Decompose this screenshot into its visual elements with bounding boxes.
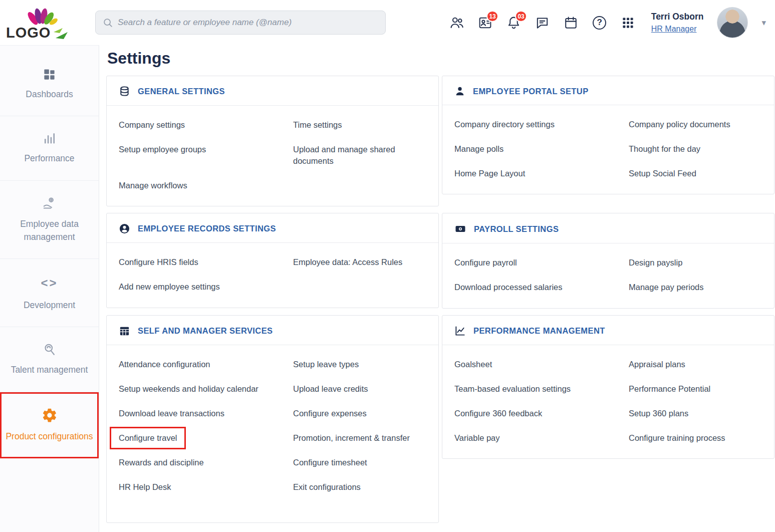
notifications-bell-icon[interactable]: 03: [506, 15, 522, 30]
card-general-settings: GENERAL SETTINGS Company settings Time s…: [106, 76, 439, 206]
card-title: PERFORMANCE MANAGEMENT: [473, 326, 605, 336]
topbar: LOGO 13 03 ?: [0, 0, 775, 45]
settings-link[interactable]: Manage pay periods: [629, 275, 760, 300]
line-chart-icon: [454, 325, 466, 337]
settings-link[interactable]: Appraisal plans: [629, 352, 760, 377]
logo-text: LOGO: [6, 26, 51, 40]
search-input[interactable]: [95, 11, 386, 35]
settings-link[interactable]: Setup employee groups: [119, 137, 293, 173]
bar-chart-icon: [43, 131, 57, 145]
settings-link[interactable]: Setup Social Feed: [629, 161, 760, 186]
code-brackets-icon: <>: [41, 274, 58, 292]
card-employee-records-settings: EMPLOYEE RECORDS SETTINGS Configure HRIS…: [106, 213, 439, 308]
logo-swoosh-icon: [53, 27, 70, 40]
settings-link[interactable]: Goalsheet: [454, 352, 629, 377]
apps-grid-icon[interactable]: [621, 15, 636, 30]
sidebar-item-label: Talent management: [11, 363, 88, 376]
banknote-icon: [454, 223, 466, 235]
settings-link[interactable]: Download processed salaries: [454, 275, 629, 300]
settings-link[interactable]: Configure 360 feedback: [454, 401, 629, 426]
sidebar-item-label: Development: [24, 299, 75, 312]
settings-link[interactable]: Setup 360 plans: [629, 401, 760, 426]
settings-link[interactable]: HR Help Desk: [119, 475, 293, 499]
settings-link[interactable]: Manage polls: [454, 137, 629, 161]
sidebar-item-talent-management[interactable]: Talent management: [0, 327, 99, 392]
settings-link[interactable]: Setup weekends and holiday calendar: [119, 377, 293, 401]
settings-link[interactable]: Download leave transactions: [119, 401, 293, 426]
settings-link[interactable]: Company settings: [119, 113, 293, 137]
hand-data-icon: [42, 196, 57, 211]
card-title: SELF AND MANAGER SERVICES: [138, 326, 273, 336]
sidebar: Dashboards Performance Employee data man…: [0, 45, 99, 532]
card-title: GENERAL SETTINGS: [138, 87, 225, 96]
notifications-badge: 03: [515, 11, 527, 22]
settings-link[interactable]: Configure payroll: [454, 250, 629, 275]
settings-link[interactable]: Employee data: Access Rules: [293, 250, 424, 275]
sidebar-item-dashboards[interactable]: Dashboards: [0, 46, 99, 116]
settings-link[interactable]: Configure expenses: [293, 401, 424, 426]
settings-link[interactable]: Performance Potential: [629, 377, 760, 401]
settings-link[interactable]: Configure timesheet: [293, 450, 424, 475]
settings-link[interactable]: Upload and manage shared documents: [293, 137, 424, 173]
settings-link[interactable]: Manage workflows: [119, 173, 293, 198]
main-content: Settings GENERAL SETTINGS Company settin…: [99, 45, 775, 532]
card-performance-management: PERFORMANCE MANAGEMENT Goalsheet Apprais…: [442, 315, 774, 459]
settings-link[interactable]: Thought for the day: [629, 137, 760, 161]
chat-icon[interactable]: [535, 15, 550, 30]
people-icon[interactable]: [449, 15, 464, 30]
gear-icon: [42, 407, 58, 423]
talent-search-icon: [42, 342, 57, 357]
settings-link[interactable]: Upload leave credits: [293, 377, 424, 401]
sidebar-item-label: Performance: [24, 152, 74, 165]
settings-link[interactable]: Rewards and discipline: [119, 450, 293, 475]
help-icon[interactable]: ?: [592, 15, 607, 30]
directory-badge: 13: [486, 11, 498, 22]
settings-link[interactable]: Promotion, increment & transfer: [293, 426, 424, 450]
app-logo: LOGO: [0, 6, 99, 40]
dashboards-icon: [43, 68, 56, 81]
card-employee-portal-setup: EMPLOYEE PORTAL SETUP Company directory …: [442, 76, 774, 194]
calendar-icon[interactable]: [564, 15, 579, 30]
sidebar-item-development[interactable]: <> Development: [0, 259, 99, 327]
chevron-down-icon[interactable]: ▾: [761, 18, 766, 28]
settings-link[interactable]: Company directory settings: [454, 112, 629, 137]
settings-link[interactable]: Exit configurations: [293, 475, 424, 499]
settings-link[interactable]: Setup leave types: [293, 352, 424, 377]
settings-link[interactable]: Configure HRIS fields: [119, 250, 293, 275]
avatar[interactable]: [717, 7, 748, 38]
user-name: Terri Osborn: [651, 10, 704, 23]
sidebar-item-label: Product configurations: [6, 430, 93, 443]
settings-link[interactable]: Design payslip: [629, 250, 760, 275]
sidebar-item-product-configurations[interactable]: Product configurations: [0, 392, 99, 458]
topbar-actions: 13 03 ? Terri Osborn HR Manager ▾: [449, 7, 766, 38]
card-title: PAYROLL SETTINGS: [474, 224, 559, 234]
sidebar-item-label: Employee data management: [4, 217, 95, 244]
page-title: Settings: [107, 49, 774, 68]
settings-link-configure-travel[interactable]: Configure travel: [119, 426, 293, 450]
settings-link[interactable]: Company policy documents: [629, 112, 760, 137]
card-self-and-manager-services: SELF AND MANAGER SERVICES Attendance con…: [106, 315, 439, 523]
search-icon: [102, 17, 113, 28]
settings-link[interactable]: Home Page Layout: [454, 161, 629, 186]
person-icon: [454, 86, 465, 97]
card-payroll-settings: PAYROLL SETTINGS Configure payroll Desig…: [442, 213, 774, 308]
user-block: Terri Osborn HR Manager: [651, 10, 704, 35]
settings-link[interactable]: Variable pay: [454, 426, 629, 450]
settings-link[interactable]: Team-based evaluation settings: [454, 377, 629, 401]
settings-link[interactable]: Configure training process: [629, 426, 760, 450]
employee-directory-icon[interactable]: 13: [478, 15, 493, 30]
sidebar-item-performance[interactable]: Performance: [0, 116, 99, 180]
person-circle-icon: [119, 223, 130, 234]
global-search: [95, 11, 386, 35]
sidebar-item-employee-data-management[interactable]: Employee data management: [0, 181, 99, 259]
settings-link[interactable]: Time settings: [293, 113, 424, 137]
card-title: EMPLOYEE RECORDS SETTINGS: [138, 224, 276, 233]
database-icon: [119, 86, 130, 97]
user-role-link[interactable]: HR Manager: [651, 23, 704, 35]
settings-cards-grid: GENERAL SETTINGS Company settings Time s…: [106, 76, 774, 523]
settings-link[interactable]: Attendance configuration: [119, 352, 293, 377]
sidebar-item-label: Dashboards: [26, 88, 73, 101]
settings-link[interactable]: Add new employee settings: [119, 275, 293, 299]
card-title: EMPLOYEE PORTAL SETUP: [473, 87, 589, 96]
calendar-grid-icon: [119, 325, 130, 337]
